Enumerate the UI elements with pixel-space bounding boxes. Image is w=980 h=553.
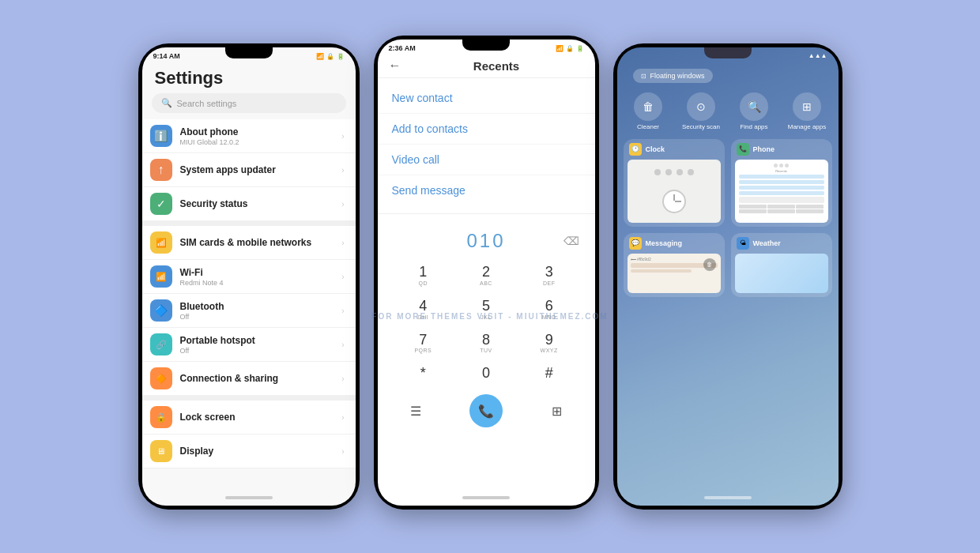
search-bar[interactable]: 🔍 Search settings <box>152 93 346 113</box>
wifi-icon: 📶 <box>150 265 172 288</box>
recents-send-message[interactable]: Send message <box>378 175 595 205</box>
dial-key-7[interactable]: 7 PQRS <box>394 328 454 359</box>
settings-item-connection[interactable]: 🔶 Connection & sharing › <box>142 362 356 396</box>
hotspot-label: Portable hotspot <box>180 335 334 346</box>
floating-windows-button[interactable]: ⊡ Floating windows <box>633 69 713 83</box>
recents-title: Recents <box>409 59 584 73</box>
sim-chevron: › <box>341 239 344 247</box>
bluetooth-chevron: › <box>341 307 344 315</box>
updater-chevron: › <box>341 166 344 175</box>
bluetooth-sub: Off <box>180 313 334 321</box>
phone-settings: 9:14 AM 📶🔒🔋 Settings 🔍 Search settings ℹ… <box>138 43 360 510</box>
settings-item-security[interactable]: ✓ Security status › <box>142 187 356 221</box>
recent-apps-row: 🕐 Clock <box>617 134 839 231</box>
manage-apps-label: Manage apps <box>788 123 826 131</box>
recents-list: New contact Add to contacts Video call S… <box>378 78 595 210</box>
dial-display: 010 ⌫ <box>387 224 586 257</box>
clock-app-content <box>628 160 721 223</box>
home-indicator-2 <box>462 496 510 499</box>
about-sub: MIUI Global 12.0.2 <box>180 138 334 146</box>
hotspot-sub: Off <box>180 347 334 355</box>
notch <box>225 47 273 58</box>
dial-keypad-button[interactable]: ⊞ <box>543 397 571 425</box>
connection-icon: 🔶 <box>150 367 172 389</box>
back-button[interactable]: ← <box>389 58 401 73</box>
dial-key-9[interactable]: 9 WXYZ <box>519 328 579 359</box>
dial-key-2[interactable]: 2 ABC <box>456 260 516 291</box>
hotspot-icon: 🔗 <box>150 333 172 356</box>
weather-icon: 🌤 <box>737 237 749 250</box>
messaging-icon: 💬 <box>629 237 642 250</box>
about-chevron: › <box>341 132 344 141</box>
cleaner-icon: 🗑 <box>634 92 662 121</box>
settings-title: Settings <box>142 62 356 93</box>
notch-3 <box>704 47 752 58</box>
sim-icon: 📶 <box>150 231 172 254</box>
about-icon: ℹ️ <box>150 125 172 147</box>
status-time-2: 2:36 AM <box>389 44 416 52</box>
clock-app-icon: 🕐 <box>629 143 642 156</box>
find-apps-label: Find apps <box>740 123 767 131</box>
dial-key-hash[interactable]: # <box>519 361 579 386</box>
messaging-label: Messaging <box>646 239 683 247</box>
settings-item-about[interactable]: ℹ️ About phone MIUI Global 12.0.2 › <box>142 119 356 153</box>
status-icons-1: 📶🔒🔋 <box>316 53 345 60</box>
settings-item-bluetooth[interactable]: 🔷 Bluetooth Off › <box>142 294 356 328</box>
security-icon: ✓ <box>150 193 172 215</box>
lockscreen-icon: 🔒 <box>150 406 172 428</box>
recents-new-contact[interactable]: New contact <box>378 83 595 114</box>
recent-app-messaging[interactable]: 💬 Messaging ⟵ #f8c9d2 🗑 <box>624 233 725 297</box>
phone-app-icon: 📞 <box>737 143 749 156</box>
sim-label: SIM cards & mobile networks <box>180 237 334 248</box>
dial-key-1[interactable]: 1 QD <box>394 260 454 291</box>
messaging-content: ⟵ #f8c9d2 🗑 <box>628 254 721 293</box>
search-icon: 🔍 <box>161 98 172 108</box>
phone-app-name: Phone <box>753 145 775 153</box>
phone-multitask: ▲▲▲ ⊡ Floating windows 🗑 Cleaner ⊙ Secur… <box>613 43 842 510</box>
recents-add-contact[interactable]: Add to contacts <box>378 114 595 145</box>
wifi-sub: Redmi Note 4 <box>180 279 334 287</box>
floating-label: Floating windows <box>650 72 705 80</box>
quick-action-cleaner[interactable]: 🗑 Cleaner <box>624 92 673 131</box>
settings-item-sim[interactable]: 📶 SIM cards & mobile networks › <box>142 226 356 260</box>
settings-item-wifi[interactable]: 📶 Wi-Fi Redmi Note 4 › <box>142 260 356 294</box>
quick-actions: 🗑 Cleaner ⊙ Security scan 🔍 Find apps ⊞ … <box>617 89 839 134</box>
find-apps-icon: 🔍 <box>740 92 768 121</box>
dial-key-star[interactable]: * <box>394 361 454 386</box>
quick-action-manageapps[interactable]: ⊞ Manage apps <box>782 92 832 131</box>
status-icons-3: ▲▲▲ <box>808 52 827 59</box>
recent-app-phone[interactable]: 📞 Phone Recents <box>731 139 832 227</box>
settings-item-updater[interactable]: ↑ System apps updater › <box>142 153 356 187</box>
notch-2 <box>462 40 510 51</box>
dial-contacts-button[interactable]: ☰ <box>401 397 430 425</box>
dial-key-0[interactable]: 0 <box>456 361 516 386</box>
quick-action-findapps[interactable]: 🔍 Find apps <box>729 92 779 131</box>
settings-item-hotspot[interactable]: 🔗 Portable hotspot Off › <box>142 328 356 362</box>
clock-face <box>662 190 686 213</box>
security-chevron: › <box>341 200 344 209</box>
bluetooth-icon: 🔷 <box>150 299 172 322</box>
dial-key-5[interactable]: 5 JKL <box>456 294 516 325</box>
dial-number: 010 <box>466 230 505 252</box>
phone-app-content: Recents <box>735 160 828 223</box>
clock-app-name: Clock <box>646 145 665 153</box>
display-chevron: › <box>341 447 344 456</box>
weather-content <box>735 254 828 293</box>
wifi-chevron: › <box>341 273 344 281</box>
security-scan-icon: ⊙ <box>687 92 715 121</box>
dial-key-6[interactable]: 6 MNO <box>519 294 579 325</box>
settings-item-display[interactable]: 🖥 Display › <box>142 434 356 468</box>
security-label: Security status <box>180 198 334 209</box>
dial-call-button[interactable]: 📞 <box>469 394 503 427</box>
dial-delete-button[interactable]: ⌫ <box>564 235 579 247</box>
connection-chevron: › <box>341 374 344 383</box>
settings-item-lockscreen[interactable]: 🔒 Lock screen › <box>142 401 356 434</box>
dial-key-3[interactable]: 3 DEF <box>519 260 579 291</box>
recent-app-clock[interactable]: 🕐 Clock <box>624 139 725 227</box>
recents-video-call[interactable]: Video call <box>378 145 595 175</box>
dial-key-8[interactable]: 8 TUV <box>456 328 516 359</box>
connection-label: Connection & sharing <box>180 373 334 384</box>
recent-app-weather[interactable]: 🌤 Weather <box>731 233 832 297</box>
quick-action-security[interactable]: ⊙ Security scan <box>677 92 726 131</box>
dial-key-4[interactable]: 4 GHI <box>394 294 454 325</box>
